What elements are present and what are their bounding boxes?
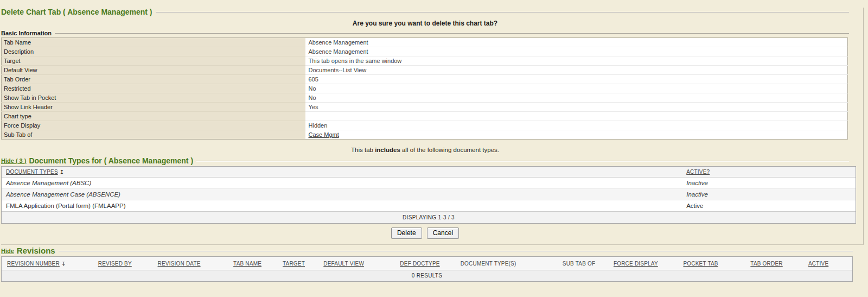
sort-document-types-header[interactable]: DOCUMENT TYPES [6, 169, 58, 175]
doc-types-rule [196, 161, 849, 162]
doc-type-active-status: Active [686, 203, 851, 209]
results-count: 0 RESULTS [2, 270, 852, 281]
field-value-show-tab-in-pocket: No [305, 93, 848, 103]
field-value-target: This tab opens in the same window [305, 56, 848, 66]
doc-types-table: DOCUMENT TYPES↥ ACTIVE? Absence Manageme… [1, 166, 856, 224]
revisions-heading-row: Hide Revisions [1, 246, 853, 255]
sort-tab-order-header[interactable]: TAB ORDER [750, 261, 782, 267]
field-value-sub-tab-of: Case Mgmt [305, 130, 848, 140]
field-value-tab-order: 605 [305, 75, 848, 84]
revisions-table: REVISION NUMBER↧ REVISED BY REVISION DAT… [1, 256, 853, 282]
paging-status: DISPLAYING 1-3 / 3 [2, 211, 856, 223]
field-label-sub-tab-of: Sub Tab of [2, 130, 305, 140]
sort-default-view-header[interactable]: DEFAULT VIEW [323, 261, 364, 267]
field-label-show-link-header: Show Link Header [2, 103, 305, 112]
doc-types-header-row: DOCUMENT TYPES↥ ACTIVE? [2, 167, 856, 178]
doc-types-hide-link[interactable]: Hide ( 3 ) [1, 157, 26, 164]
revisions-heading: Revisions [17, 246, 55, 255]
field-value-description: Absence Management [305, 47, 848, 56]
title-rule [156, 12, 849, 13]
sort-force-display-header[interactable]: FORCE DISPLAY [614, 261, 658, 267]
table-row: Description Absence Management [2, 47, 848, 56]
sort-ascending-icon: ↥ [60, 169, 65, 175]
sort-revision-date-header[interactable]: REVISION DATE [158, 261, 201, 267]
basic-info-table: Tab Name Absence Management Description … [1, 37, 848, 140]
doc-types-heading-row: Hide ( 3 ) Document Types for ( Absence … [1, 156, 849, 165]
field-value-tab-name: Absence Management [305, 38, 848, 47]
sort-target-header[interactable]: TARGET [283, 261, 305, 267]
sort-def-doctype-header[interactable]: DEF DOCTYPE [400, 261, 439, 267]
list-item: Absence Management (ABSC) Inactive [2, 178, 856, 189]
table-row: Restricted No [2, 84, 848, 93]
field-label-target: Target [2, 56, 305, 66]
basic-info-heading: Basic Information [1, 30, 52, 36]
sort-descending-icon: ↧ [61, 261, 66, 267]
intro-text-pre: This tab [351, 147, 375, 153]
sort-active-header[interactable]: ACTIVE? [686, 169, 710, 175]
revisions-section: Hide Revisions REVISION NUMBER↧ REVISED … [1, 246, 864, 282]
confirm-question: Are you sure you want to delete this cha… [1, 16, 849, 30]
basic-info-rule [55, 33, 849, 34]
doc-type-name: Absence Management (ABSC) [6, 180, 686, 186]
table-row: Show Link Header Yes [2, 103, 848, 112]
field-label-force-display: Force Display [2, 121, 305, 130]
cancel-button[interactable]: Cancel [427, 228, 459, 239]
doc-type-active-status: Inactive [686, 180, 851, 186]
table-row: Force Display Hidden [2, 121, 848, 130]
document-types-column-header: DOCUMENT TYPE(S) [461, 261, 516, 267]
basic-info-heading-row: Basic Information [1, 30, 849, 36]
doc-type-name: Absence Management Case (ABSENCE) [6, 191, 686, 198]
sort-revised-by-header[interactable]: REVISED BY [98, 261, 132, 267]
intro-text-bold: includes [375, 147, 400, 153]
sort-pocket-tab-header[interactable]: POCKET TAB [683, 261, 718, 267]
revisions-hide-link[interactable]: Hide [1, 248, 14, 254]
sort-revision-number-header[interactable]: REVISION NUMBER [7, 261, 60, 267]
table-row: Tab Name Absence Management [2, 38, 848, 47]
field-value-show-link-header: Yes [305, 103, 848, 112]
doc-types-heading: Document Types for ( Absence Management … [29, 156, 193, 165]
doc-type-active-status: Inactive [686, 191, 851, 198]
field-label-chart-type: Chart type [2, 112, 305, 121]
table-row: Chart type [2, 112, 848, 121]
field-label-default-view: Default View [2, 66, 305, 75]
list-item: FMLA Application (Portal form) (FMLAAPP)… [2, 200, 856, 211]
doc-types-intro: This tab includes all of the following d… [1, 140, 849, 156]
sub-tab-of-link[interactable]: Case Mgmt [309, 131, 339, 138]
sort-tab-name-header[interactable]: TAB NAME [233, 261, 261, 267]
page-title: Delete Chart Tab ( Absence Management ) [1, 8, 152, 16]
sub-tab-of-column-header: SUB TAB OF [563, 261, 596, 267]
field-label-tab-name: Tab Name [2, 38, 305, 47]
delete-chart-tab-panel: Delete Chart Tab ( Absence Management ) … [1, 8, 864, 245]
field-value-force-display: Hidden [305, 121, 848, 130]
page-title-row: Delete Chart Tab ( Absence Management ) [1, 8, 849, 16]
revisions-header-row: REVISION NUMBER↧ REVISED BY REVISION DAT… [2, 257, 852, 270]
field-label-tab-order: Tab Order [2, 75, 305, 84]
field-value-chart-type [305, 112, 848, 121]
field-label-show-tab-in-pocket: Show Tab in Pocket [2, 93, 305, 103]
table-row: Show Tab in Pocket No [2, 93, 848, 103]
delete-button[interactable]: Delete [391, 228, 422, 239]
table-row: Target This tab opens in the same window [2, 56, 848, 66]
field-label-restricted: Restricted [2, 84, 305, 93]
field-label-description: Description [2, 47, 305, 56]
intro-text-post: all of the following document types. [400, 147, 499, 153]
doc-type-name: FMLA Application (Portal form) (FMLAAPP) [6, 203, 686, 209]
field-value-restricted: No [305, 84, 848, 93]
action-buttons: Delete Cancel [1, 224, 849, 243]
table-row: Default View Documents--List View [2, 66, 848, 75]
table-row: Tab Order 605 [2, 75, 848, 84]
sort-active-column-header[interactable]: ACTIVE [808, 261, 828, 267]
field-value-default-view: Documents--List View [305, 66, 848, 75]
revisions-rule [59, 251, 853, 252]
table-row: Sub Tab of Case Mgmt [2, 130, 848, 140]
list-item: Absence Management Case (ABSENCE) Inacti… [2, 189, 856, 200]
